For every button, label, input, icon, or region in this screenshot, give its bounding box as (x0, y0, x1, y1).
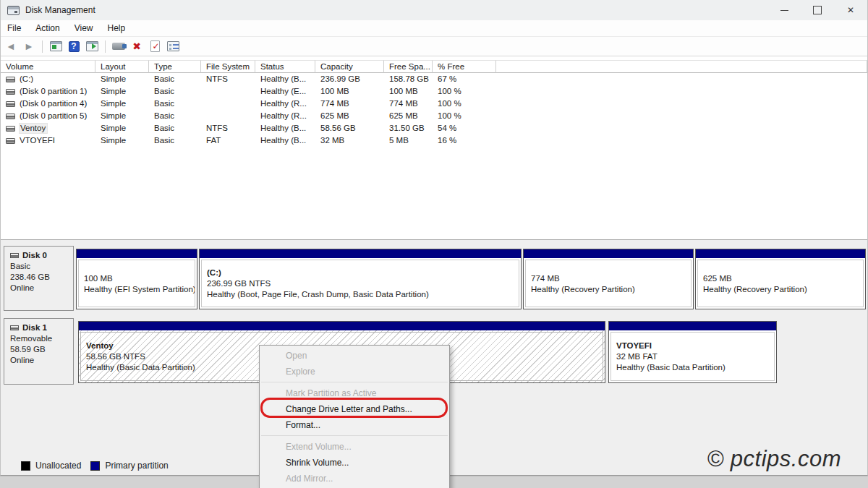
volume-icon (6, 138, 15, 144)
blank-cell (496, 73, 867, 85)
volume-name: (Disk 0 partition 1) (20, 87, 87, 95)
status-cell: Healthy (E... (255, 85, 315, 98)
type-cell: Basic (149, 98, 201, 110)
blank-cell (496, 122, 867, 134)
partition-body: 625 MB Healthy (Recovery Partition) (697, 260, 864, 307)
disk-state: Online (10, 283, 73, 294)
table-row[interactable]: (Disk 0 partition 5) Simple Basic Health… (1, 110, 867, 122)
partition-body: 100 MB Healthy (EFI System Partition) (78, 260, 195, 307)
partition-c[interactable]: (C:) 236.99 GB NTFS Healthy (Boot, Page … (199, 249, 522, 309)
partition-color-bar (696, 249, 865, 258)
file-system-cell (201, 98, 255, 110)
menu-file[interactable]: File (1, 20, 28, 36)
partition-size: 625 MB (703, 273, 863, 283)
column-header-file-system[interactable]: File System (201, 60, 255, 73)
volume-name: Ventoy (20, 124, 47, 133)
column-header-percent-free[interactable]: % Free (433, 60, 496, 73)
legend-unallocated: Unallocated (21, 461, 81, 471)
free-space-cell: 625 MB (384, 110, 433, 122)
volume-list-pane: Volume Layout Type File System Status Ca… (1, 56, 867, 239)
table-row[interactable]: (Disk 0 partition 4) Simple Basic Health… (1, 98, 867, 110)
column-header-free-space[interactable]: Free Spa... (384, 60, 433, 73)
type-cell: Basic (149, 122, 201, 134)
volume-name-cell: VTOYEFI (1, 134, 95, 147)
table-row[interactable]: (C:) Simple Basic NTFS Healthy (B... 236… (1, 73, 867, 85)
partition-recovery-2[interactable]: 625 MB Healthy (Recovery Partition) (695, 249, 866, 309)
partition-size: 32 MB FAT (616, 351, 774, 361)
blank-cell (496, 110, 867, 122)
volume-icon (6, 89, 15, 95)
partition-recovery-1[interactable]: 774 MB Healthy (Recovery Partition) (523, 249, 694, 309)
forward-icon[interactable] (22, 40, 35, 53)
close-button[interactable] (834, 0, 867, 20)
column-header-type[interactable]: Type (149, 60, 201, 73)
column-header-volume[interactable]: Volume (1, 60, 95, 73)
percent-free-cell: 100 % (433, 110, 496, 122)
partition-color-bar (77, 249, 197, 258)
menu-action[interactable]: Action (28, 20, 67, 36)
table-row[interactable]: VTOYEFI Simple Basic FAT Healthy (B... 3… (1, 134, 867, 147)
disk-label: Disk 0 (22, 250, 47, 261)
disk-size: 238.46 GB (10, 272, 73, 283)
rescan-disks-icon[interactable] (112, 40, 125, 53)
delete-icon[interactable] (130, 40, 143, 53)
partition-body: 774 MB Healthy (Recovery Partition) (525, 260, 692, 307)
legend-label: Unallocated (35, 461, 81, 471)
menu-item-change-drive-letter[interactable]: Change Drive Letter and Paths... (260, 401, 449, 417)
percent-free-cell: 16 % (433, 134, 496, 147)
partition-status: Healthy (Basic Data Partition) (616, 362, 774, 372)
free-space-cell: 158.78 GB (384, 73, 433, 85)
partition-size: 100 MB (84, 273, 195, 283)
table-row[interactable]: (Disk 0 partition 1) Simple Basic Health… (1, 85, 867, 98)
layout-cell: Simple (95, 85, 149, 98)
menu-item-add-mirror: Add Mirror... (260, 471, 449, 487)
capacity-cell: 58.56 GB (315, 122, 384, 134)
disk-kind: Basic (10, 261, 73, 272)
partition-color-bar (200, 249, 521, 258)
help-icon[interactable] (67, 40, 80, 53)
percent-free-cell: 100 % (433, 85, 496, 98)
screen: Disk Management File Action View Help (0, 0, 868, 488)
menu-item-format[interactable]: Format... (260, 417, 449, 433)
menu-view[interactable]: View (67, 20, 101, 36)
disk-kind: Removable (10, 333, 73, 344)
layout-cell: Simple (95, 134, 149, 147)
window-title: Disk Management (25, 5, 95, 15)
percent-free-cell: 54 % (433, 122, 496, 134)
status-cell: Healthy (R... (255, 110, 315, 122)
table-row-ventoy[interactable]: Ventoy Simple Basic NTFS Healthy (B... 5… (1, 122, 867, 134)
layout-cell: Simple (95, 122, 149, 134)
partition-status: Healthy (Boot, Page File, Crash Dump, Ba… (207, 289, 519, 299)
menu-item-shrink-volume[interactable]: Shrink Volume... (260, 455, 449, 471)
partition-vtoyefi[interactable]: VTOYEFI 32 MB FAT Healthy (Basic Data Pa… (608, 321, 777, 383)
legend-primary-partition: Primary partition (90, 461, 168, 471)
options-icon[interactable] (166, 40, 179, 53)
volume-icon (6, 77, 15, 82)
type-cell: Basic (149, 110, 201, 122)
file-system-cell (201, 85, 255, 98)
free-space-cell: 5 MB (384, 134, 433, 147)
minimize-button[interactable] (767, 0, 801, 20)
partition-efi[interactable]: 100 MB Healthy (EFI System Partition) (76, 249, 197, 309)
volume-table-header: Volume Layout Type File System Status Ca… (1, 60, 867, 73)
column-header-capacity[interactable]: Capacity (315, 60, 384, 73)
column-header-layout[interactable]: Layout (95, 60, 149, 73)
column-header-status[interactable]: Status (255, 60, 315, 73)
disk-size: 58.59 GB (10, 344, 73, 355)
back-icon[interactable] (4, 40, 17, 53)
console-tree-icon[interactable] (49, 40, 62, 53)
action-pane-icon[interactable] (85, 40, 98, 53)
unallocated-swatch (21, 461, 30, 471)
menu-help[interactable]: Help (101, 20, 133, 36)
type-cell: Basic (149, 85, 201, 98)
percent-free-cell: 100 % (433, 98, 496, 110)
properties-check-icon[interactable] (148, 40, 161, 53)
disk-1-header[interactable]: Disk 1 Removable 58.59 GB Online (4, 318, 74, 385)
disk-0-header[interactable]: Disk 0 Basic 238.46 GB Online (4, 246, 74, 311)
maximize-button[interactable] (801, 0, 834, 20)
menu-item-extend-volume: Extend Volume... (260, 439, 449, 455)
legend: Unallocated Primary partition (21, 461, 169, 471)
volume-name-cell: Ventoy (1, 122, 95, 134)
toolbar-separator (105, 40, 106, 53)
file-system-cell (201, 110, 255, 122)
